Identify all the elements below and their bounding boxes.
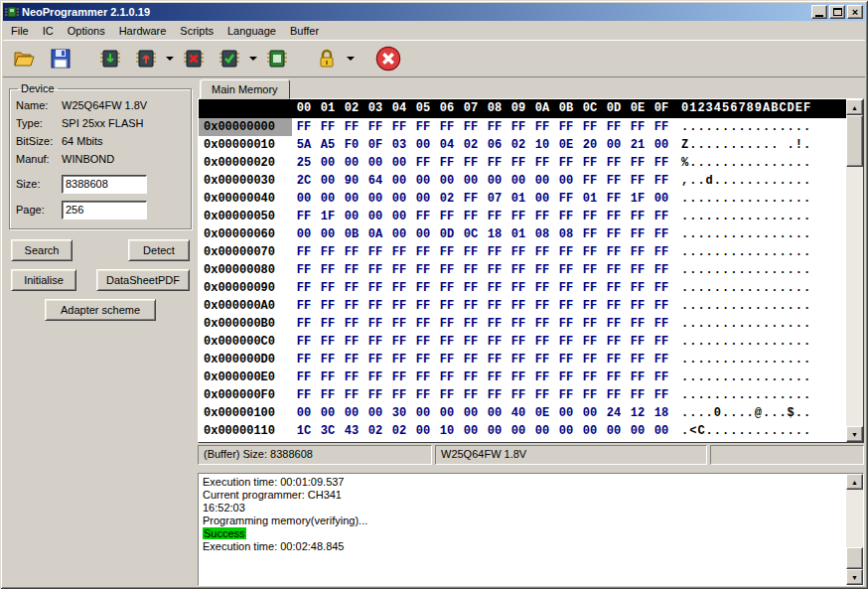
- hex-byte[interactable]: FF: [602, 172, 626, 190]
- hex-byte[interactable]: 00: [411, 404, 435, 422]
- scroll-thumb[interactable]: [846, 547, 863, 569]
- hex-byte[interactable]: 00: [340, 208, 363, 225]
- hex-byte[interactable]: 07: [483, 190, 506, 208]
- hex-byte[interactable]: FF: [340, 315, 363, 333]
- hex-address[interactable]: 0x00000080: [199, 261, 292, 279]
- hex-byte[interactable]: 03: [387, 136, 411, 154]
- hex-address[interactable]: 0x000000F0: [199, 386, 292, 404]
- hex-byte[interactable]: FF: [650, 208, 673, 225]
- hex-address[interactable]: 0x00000110: [199, 422, 292, 440]
- hex-byte[interactable]: FF: [340, 368, 363, 386]
- hex-byte[interactable]: FF: [626, 368, 650, 386]
- hex-byte[interactable]: FF: [316, 279, 340, 297]
- hex-byte[interactable]: 00: [602, 136, 626, 154]
- hex-byte[interactable]: 3C: [316, 422, 340, 440]
- hex-byte[interactable]: FF: [650, 351, 673, 368]
- hex-byte[interactable]: FF: [411, 351, 435, 368]
- hex-byte[interactable]: FF: [292, 333, 316, 351]
- hex-byte[interactable]: 20: [578, 136, 602, 154]
- hex-byte[interactable]: 00: [340, 404, 363, 422]
- hex-byte[interactable]: 01: [506, 190, 530, 208]
- hex-byte[interactable]: 00: [626, 422, 650, 440]
- hex-byte[interactable]: 90: [340, 172, 363, 190]
- hex-byte[interactable]: 00: [578, 404, 602, 422]
- save-file-button[interactable]: [43, 42, 78, 75]
- hex-byte[interactable]: 04: [435, 136, 459, 154]
- hex-byte[interactable]: FF: [626, 279, 650, 297]
- hex-byte[interactable]: FF: [483, 351, 506, 368]
- hex-byte[interactable]: FF: [530, 333, 554, 351]
- maximize-button[interactable]: [829, 5, 845, 19]
- menu-language[interactable]: Language: [220, 23, 283, 39]
- hex-byte[interactable]: FF: [650, 386, 673, 404]
- hex-byte[interactable]: FF: [506, 315, 530, 333]
- hex-byte[interactable]: FF: [292, 243, 316, 261]
- hex-byte[interactable]: FF: [387, 118, 411, 136]
- unlock-dropdown[interactable]: [345, 42, 357, 75]
- hex-byte[interactable]: FF: [602, 386, 626, 404]
- hex-byte[interactable]: FF: [459, 261, 483, 279]
- hex-byte[interactable]: 1F: [316, 208, 340, 225]
- hex-byte[interactable]: FF: [554, 386, 578, 404]
- hex-byte[interactable]: FF: [578, 333, 602, 351]
- hex-byte[interactable]: 02: [363, 422, 387, 440]
- hex-byte[interactable]: FF: [530, 351, 554, 368]
- log-scrollbar[interactable]: ▲ ▼: [846, 474, 863, 585]
- hex-address[interactable]: 0x000000E0: [199, 368, 292, 386]
- hex-byte[interactable]: FF: [554, 154, 578, 172]
- hex-byte[interactable]: 00: [387, 208, 411, 225]
- hex-byte[interactable]: FF: [435, 315, 459, 333]
- hex-byte[interactable]: FF: [650, 225, 673, 243]
- hex-byte[interactable]: FF: [626, 261, 650, 279]
- hex-byte[interactable]: FF: [435, 368, 459, 386]
- hex-byte[interactable]: 00: [483, 172, 506, 190]
- hex-byte[interactable]: FF: [363, 118, 387, 136]
- hex-byte[interactable]: FF: [459, 208, 483, 225]
- hex-byte[interactable]: FF: [578, 208, 602, 225]
- hex-byte[interactable]: FF: [554, 351, 578, 368]
- hex-byte[interactable]: FF: [602, 261, 626, 279]
- hex-byte[interactable]: FF: [554, 368, 578, 386]
- read-ic-button[interactable]: [92, 42, 128, 75]
- hex-byte[interactable]: FF: [363, 386, 387, 404]
- hex-address[interactable]: 0x00000070: [199, 243, 292, 261]
- hex-byte[interactable]: 40: [506, 404, 530, 422]
- hex-byte[interactable]: FF: [363, 315, 387, 333]
- hex-byte[interactable]: FF: [650, 261, 673, 279]
- hex-byte[interactable]: 02: [459, 136, 483, 154]
- hex-byte[interactable]: FF: [316, 243, 340, 261]
- hex-byte[interactable]: FF: [530, 261, 554, 279]
- hex-byte[interactable]: 00: [340, 190, 363, 208]
- hex-byte[interactable]: FF: [626, 154, 650, 172]
- hex-byte[interactable]: FF: [650, 315, 673, 333]
- hex-byte[interactable]: FF: [316, 351, 340, 368]
- hex-byte[interactable]: FF: [506, 333, 530, 351]
- hex-byte[interactable]: FF: [340, 386, 363, 404]
- hex-address[interactable]: 0x00000100: [199, 404, 292, 422]
- datasheet-pdf-button[interactable]: DataSheetPDF: [96, 269, 190, 291]
- hex-byte[interactable]: FF: [554, 190, 578, 208]
- hex-byte[interactable]: FF: [650, 154, 673, 172]
- hex-byte[interactable]: FF: [316, 315, 340, 333]
- hex-byte[interactable]: FF: [578, 386, 602, 404]
- hex-byte[interactable]: FF: [483, 333, 506, 351]
- hex-byte[interactable]: FF: [459, 368, 483, 386]
- hex-byte[interactable]: FF: [602, 243, 626, 261]
- hex-byte[interactable]: FF: [340, 351, 363, 368]
- menu-file[interactable]: File: [4, 23, 36, 39]
- hex-byte[interactable]: FF: [435, 261, 459, 279]
- menu-options[interactable]: Options: [61, 23, 112, 39]
- minimize-button[interactable]: [811, 5, 827, 19]
- scroll-up-button[interactable]: ▲: [846, 99, 863, 115]
- hex-byte[interactable]: FF: [483, 297, 506, 315]
- hex-byte[interactable]: 00: [340, 154, 363, 172]
- hex-byte[interactable]: 00: [363, 154, 387, 172]
- hex-byte[interactable]: FF: [506, 297, 530, 315]
- hex-byte[interactable]: FF: [626, 351, 650, 368]
- search-button[interactable]: Search: [11, 239, 72, 261]
- verify-ic-dropdown[interactable]: [247, 42, 259, 75]
- hex-byte[interactable]: FF: [626, 243, 650, 261]
- hex-address[interactable]: 0x00000050: [199, 208, 292, 225]
- hex-byte[interactable]: FF: [530, 368, 554, 386]
- hex-byte[interactable]: 00: [387, 172, 411, 190]
